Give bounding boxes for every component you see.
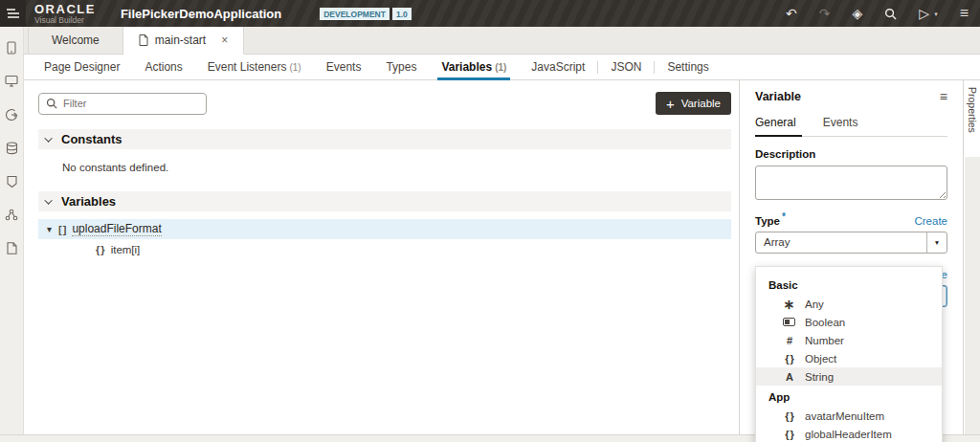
number-type-icon: # bbox=[782, 335, 796, 346]
object-type-icon: { } bbox=[782, 429, 796, 440]
header-actions: ↶ ↷ ◈ ▷ ▾ ≡ bbox=[786, 6, 969, 21]
business-objects-icon[interactable] bbox=[0, 131, 23, 165]
constants-empty-message: No constants defined. bbox=[38, 149, 731, 177]
filter-input-wrap bbox=[38, 93, 207, 115]
variable-name-link[interactable]: uploadFileFormat bbox=[72, 222, 161, 236]
services-icon[interactable] bbox=[0, 98, 23, 131]
close-tab-icon[interactable]: × bbox=[221, 33, 228, 47]
description-label: Description bbox=[755, 148, 947, 160]
dropdown-item-avatarmenuitem[interactable]: { } avatarMenuItem bbox=[756, 407, 942, 425]
panel-title: Variable bbox=[755, 90, 801, 103]
panel-header: Variable ≡ bbox=[755, 90, 947, 103]
variable-row-uploadfileformat[interactable]: ▾ [ ] uploadFileFormat bbox=[38, 219, 731, 239]
tab-json[interactable]: JSON bbox=[598, 55, 654, 79]
right-dock-rail: Properties bbox=[963, 80, 980, 434]
dock-rail-track bbox=[965, 157, 980, 434]
tab-variables[interactable]: Variables(1) bbox=[429, 55, 519, 79]
variables-tree: ▾ [ ] uploadFileFormat { } item[i] bbox=[38, 219, 731, 259]
redo-icon[interactable]: ↷ bbox=[819, 7, 831, 20]
run-app-button[interactable]: ▷ ▾ bbox=[919, 7, 937, 20]
tab-page-designer[interactable]: Page Designer bbox=[32, 55, 132, 79]
any-type-icon: ∗ bbox=[782, 297, 796, 312]
type-select[interactable]: Array ▼ bbox=[755, 232, 947, 254]
dropdown-item-globalheaderitem[interactable]: { } globalHeaderItem bbox=[756, 425, 942, 442]
oracle-logo: ORACLE Visual Builder bbox=[34, 3, 96, 25]
dropdown-group-app: App bbox=[756, 386, 942, 407]
app-header: ORACLE Visual Builder FilePickerDemoAppl… bbox=[0, 0, 980, 27]
global-menu-icon[interactable] bbox=[0, 0, 26, 27]
dropdown-item-boolean[interactable]: Boolean bbox=[756, 313, 942, 331]
dropdown-item-string[interactable]: A String bbox=[756, 367, 942, 386]
panel-tab-events[interactable]: Events bbox=[823, 116, 858, 136]
array-type-icon: [ ] bbox=[58, 224, 65, 235]
tab-main-start[interactable]: main-start × bbox=[123, 27, 244, 55]
constants-section-header[interactable]: Constants bbox=[38, 129, 731, 149]
properties-panel: Variable ≡ General Events Description Ty… bbox=[740, 80, 962, 434]
tab-welcome-label: Welcome bbox=[52, 33, 100, 47]
panel-tab-general[interactable]: General bbox=[755, 116, 796, 136]
app-navigator-rail bbox=[0, 27, 24, 434]
tab-javascript[interactable]: JavaScript bbox=[519, 55, 597, 79]
search-icon[interactable] bbox=[884, 8, 897, 20]
search-icon bbox=[46, 98, 57, 109]
chevron-down-icon[interactable] bbox=[44, 134, 52, 142]
dropdown-item-any[interactable]: ∗ Any bbox=[756, 295, 942, 313]
object-type-icon: { } bbox=[782, 410, 796, 422]
dropdown-item-number[interactable]: # Number bbox=[756, 331, 942, 349]
variables-toolbar: + Variable bbox=[38, 92, 731, 115]
tab-main-start-label: main-start bbox=[155, 33, 206, 47]
type-select-value: Array bbox=[756, 236, 926, 248]
chevron-down-icon[interactable] bbox=[44, 196, 52, 204]
variable-item-label: item[i] bbox=[111, 244, 141, 255]
panel-menu-icon[interactable]: ≡ bbox=[940, 90, 947, 103]
play-icon: ▷ bbox=[919, 7, 929, 20]
web-apps-icon[interactable] bbox=[0, 64, 23, 98]
type-label-row: Type* Create bbox=[755, 211, 947, 227]
required-asterisk: * bbox=[782, 211, 786, 222]
editor-tab-bar: Page Designer Actions Event Listeners(1)… bbox=[24, 55, 980, 80]
visual-builder-app: ORACLE Visual Builder FilePickerDemoAppl… bbox=[0, 0, 980, 442]
oracle-logo-text: ORACLE bbox=[34, 3, 96, 15]
dropdown-group-basic: Basic bbox=[756, 274, 942, 295]
undo-icon[interactable]: ↶ bbox=[786, 7, 797, 20]
object-type-icon: { } bbox=[96, 244, 104, 255]
environment-badge: DEVELOPMENT bbox=[320, 8, 390, 20]
tab-settings[interactable]: Settings bbox=[655, 55, 721, 79]
tab-types[interactable]: Types bbox=[373, 55, 429, 79]
plus-icon: + bbox=[666, 97, 675, 111]
processes-icon[interactable] bbox=[0, 165, 23, 198]
components-icon[interactable] bbox=[0, 198, 23, 232]
environment-badges: DEVELOPMENT 1.0 bbox=[320, 8, 412, 20]
tab-event-listeners[interactable]: Event Listeners(1) bbox=[195, 55, 314, 79]
tab-actions[interactable]: Actions bbox=[132, 55, 194, 79]
visual-builder-text: Visual Builder bbox=[34, 16, 96, 25]
variables-editor: + Variable Constants No constants define… bbox=[25, 80, 739, 434]
object-type-icon: { } bbox=[782, 353, 796, 365]
run-caret-icon[interactable]: ▾ bbox=[934, 11, 938, 17]
description-textarea[interactable] bbox=[755, 166, 947, 200]
tab-welcome[interactable]: Welcome bbox=[28, 27, 123, 54]
description-field-wrap bbox=[755, 166, 947, 200]
header-menu-icon[interactable]: ≡ bbox=[960, 6, 969, 21]
tab-events[interactable]: Events bbox=[314, 55, 374, 79]
properties-dock-tab[interactable]: Properties bbox=[967, 87, 978, 133]
select-caret-icon[interactable]: ▼ bbox=[926, 232, 947, 253]
page-icon bbox=[139, 34, 148, 46]
variables-section-title: Variables bbox=[61, 194, 116, 209]
variable-row-item[interactable]: { } item[i] bbox=[38, 239, 731, 259]
app-title: FilePickerDemoApplication bbox=[121, 7, 281, 21]
mobile-apps-icon[interactable] bbox=[0, 31, 23, 64]
expand-triangle-icon[interactable]: ▾ bbox=[38, 224, 52, 234]
version-badge: 1.0 bbox=[392, 8, 412, 20]
filter-input[interactable] bbox=[63, 98, 199, 109]
source-view-icon[interactable] bbox=[0, 232, 23, 265]
dropdown-item-object[interactable]: { } Object bbox=[756, 349, 942, 367]
add-variable-button[interactable]: + Variable bbox=[656, 92, 731, 115]
variables-section-header[interactable]: Variables bbox=[38, 191, 731, 211]
type-label: Type* bbox=[755, 211, 786, 227]
string-type-icon: A bbox=[782, 371, 796, 383]
panel-tabs: General Events bbox=[755, 116, 947, 137]
type-create-link[interactable]: Create bbox=[914, 215, 947, 227]
diff-icon[interactable]: ◈ bbox=[853, 7, 863, 20]
constants-section-title: Constants bbox=[61, 132, 122, 146]
